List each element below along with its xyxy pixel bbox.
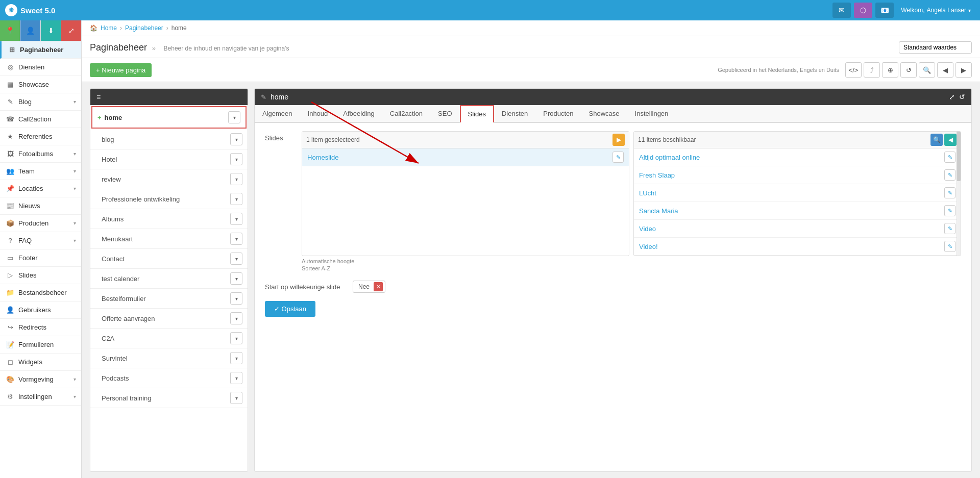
page-item-contact[interactable]: Contact ▾ (90, 249, 248, 269)
sidebar-item-team[interactable]: 👥 Team ▾ (0, 163, 81, 180)
sidebar-item-blog[interactable]: ✎ Blog ▾ (0, 93, 81, 111)
prev-btn[interactable]: ◀ (937, 62, 953, 78)
slide-item-homeslide[interactable]: Homeslide ✎ (302, 148, 629, 166)
sidebar-item-bestandsbeheer[interactable]: 📁 Bestandsbeheer (0, 284, 81, 301)
breadcrumb-section[interactable]: Paginabeheer (125, 24, 163, 32)
page-item-survintel[interactable]: Survintel ▾ (90, 348, 248, 368)
professionele-arrow-btn[interactable]: ▾ (230, 193, 242, 205)
page-item-blog[interactable]: blog ▾ (90, 130, 248, 149)
sidebar-item-paginabeheer[interactable]: ⊞ Paginabeheer (0, 41, 81, 59)
slide-edit-video2[interactable]: ✎ (944, 241, 955, 252)
c2a-arrow-btn[interactable]: ▾ (230, 332, 242, 344)
tab-showcase[interactable]: Showcase (581, 105, 627, 123)
sidebar-icon-share[interactable]: ⤢ (61, 20, 81, 41)
sidebar-item-gebruikers[interactable]: 👤 Gebruikers (0, 301, 81, 319)
slide-item-freshslaap[interactable]: Fresh Slaap ✎ (634, 166, 961, 184)
home-arrow-btn[interactable]: ▾ (228, 111, 240, 123)
save-button[interactable]: ✓ Opslaan (265, 301, 315, 317)
scrollbar[interactable] (957, 132, 961, 256)
slide-edit-video[interactable]: ✎ (944, 223, 955, 234)
page-item-albums[interactable]: Albums ▾ (90, 209, 248, 229)
page-item-menukaart[interactable]: Menukaart ▾ (90, 229, 248, 249)
slide-item-lucht[interactable]: LUcht ✎ (634, 184, 961, 202)
blog-page-arrow-btn[interactable]: ▾ (230, 133, 242, 145)
slide-item-altijd[interactable]: Altijd optimaal online ✎ (634, 148, 961, 166)
new-page-button[interactable]: + Nieuwe pagina (90, 63, 152, 77)
contact-arrow-btn[interactable]: ▾ (230, 253, 242, 265)
bestelformulier-arrow-btn[interactable]: ▾ (230, 292, 242, 305)
slide-item-video2[interactable]: Video! ✎ (634, 238, 961, 256)
sidebar-item-faq[interactable]: ? FAQ ▾ (0, 232, 81, 249)
hotel-page-arrow-btn[interactable]: ▾ (230, 153, 242, 165)
testcalender-arrow-btn[interactable]: ▾ (230, 272, 242, 285)
breadcrumb-home[interactable]: Home (101, 24, 117, 32)
slide-link-altijd[interactable]: Altijd optimaal online (639, 154, 700, 161)
refresh-edit-icon[interactable]: ↺ (959, 93, 965, 101)
menukaart-arrow-btn[interactable]: ▾ (230, 233, 242, 245)
sidebar-item-instellingen[interactable]: ⚙ Instellingen ▾ (0, 388, 81, 406)
next-btn[interactable]: ▶ (955, 62, 972, 78)
expand-icon[interactable]: ⤢ (949, 93, 955, 101)
sidebar-item-diensten[interactable]: ◎ Diensten (0, 59, 81, 76)
page-item-podcasts[interactable]: Podcasts ▾ (90, 368, 248, 388)
review-page-arrow-btn[interactable]: ▾ (230, 173, 242, 185)
sidebar-item-nieuws[interactable]: 📰 Nieuws (0, 197, 81, 215)
sidebar-item-showcase[interactable]: ▦ Showcase (0, 76, 81, 93)
search-available-btn[interactable]: 🔍 (930, 134, 943, 146)
topbar-messages-btn[interactable]: ✉ (832, 3, 851, 18)
tab-slides[interactable]: Slides (460, 105, 494, 123)
slide-edit-sancta[interactable]: ✎ (944, 205, 955, 216)
sidebar-item-widgets[interactable]: ◻ Widgets (0, 354, 81, 371)
page-item-c2a[interactable]: C2A ▾ (90, 329, 248, 348)
slide-edit-freshslaap[interactable]: ✎ (944, 169, 955, 181)
slide-link-video[interactable]: Video (639, 225, 656, 233)
sidebar-item-referenties[interactable]: ★ Referenties (0, 128, 81, 145)
page-item-professionele[interactable]: Professionele ontwikkeling ▾ (90, 189, 248, 209)
tab-seo[interactable]: SEO (430, 105, 459, 123)
sidebar-icon-location[interactable]: 📍 (0, 20, 20, 41)
page-item-hotel[interactable]: Hotel ▾ (90, 149, 248, 169)
standaard-waardes-select[interactable]: Standaard waardes (899, 41, 972, 54)
page-item-personal-training[interactable]: Personal training ▾ (90, 388, 248, 408)
sidebar-icon-user[interactable]: 👤 (20, 20, 41, 41)
sidebar-item-locaties[interactable]: 📌 Locaties ▾ (0, 180, 81, 197)
nee-close-btn[interactable]: ✕ (374, 282, 383, 291)
tab-producten[interactable]: Producten (535, 105, 581, 123)
topbar-mail-btn[interactable]: 📧 (875, 3, 894, 18)
slide-link-freshslaap[interactable]: Fresh Slaap (639, 171, 675, 179)
slide-link-lucht[interactable]: LUcht (639, 189, 656, 197)
share-btn[interactable]: ⤴ (864, 62, 880, 78)
tab-instellingen[interactable]: Instellingen (627, 105, 676, 123)
page-item-home[interactable]: + home ▾ (91, 106, 247, 129)
topbar-user[interactable]: Welkom, Angela Lanser ▾ (897, 7, 975, 14)
offerte-arrow-btn[interactable]: ▾ (230, 312, 242, 324)
slide-item-video[interactable]: Video ✎ (634, 220, 961, 238)
back-available-btn[interactable]: ◀ (944, 134, 957, 146)
tab-afbeelding[interactable]: Afbeelding (335, 105, 382, 123)
tree-btn[interactable]: ⊕ (882, 62, 898, 78)
tab-diensten[interactable]: Diensten (494, 105, 535, 123)
code-view-btn[interactable]: </> (845, 62, 862, 78)
albums-page-arrow-btn[interactable]: ▾ (230, 213, 242, 225)
survintel-arrow-btn[interactable]: ▾ (230, 352, 242, 364)
tab-algemeen[interactable]: Algemeen (255, 105, 300, 123)
refresh-btn[interactable]: ↺ (900, 62, 917, 78)
page-item-testcalender[interactable]: test calender ▾ (90, 269, 248, 289)
sidebar-item-formulieren[interactable]: 📝 Formulieren (0, 336, 81, 354)
add-slide-btn[interactable]: ▶ (612, 134, 625, 146)
sidebar-item-vormgeving[interactable]: 🎨 Vormgeving ▾ (0, 371, 81, 388)
nee-button[interactable]: Nee ✕ (353, 281, 385, 293)
podcasts-arrow-btn[interactable]: ▾ (230, 372, 242, 384)
sidebar-item-fotoalbums[interactable]: 🖼 Fotoalbums ▾ (0, 145, 81, 163)
tab-inhoud[interactable]: Inhoud (300, 105, 336, 123)
search-btn[interactable]: 🔍 (919, 62, 935, 78)
personal-training-arrow-btn[interactable]: ▾ (230, 392, 242, 404)
sidebar-item-footer[interactable]: ▭ Footer (0, 249, 81, 267)
slide-item-sancta[interactable]: Sancta Maria ✎ (634, 202, 961, 220)
page-item-bestelformulier[interactable]: Bestelformulier ▾ (90, 289, 248, 309)
slide-edit-altijd[interactable]: ✎ (944, 152, 955, 163)
slide-link-video2[interactable]: Video! (639, 243, 658, 250)
topbar-shield-btn[interactable]: ⬡ (854, 3, 872, 18)
sidebar-item-call2action[interactable]: ☎ Call2action (0, 111, 81, 128)
sidebar-item-slides[interactable]: ▷ Slides (0, 267, 81, 284)
